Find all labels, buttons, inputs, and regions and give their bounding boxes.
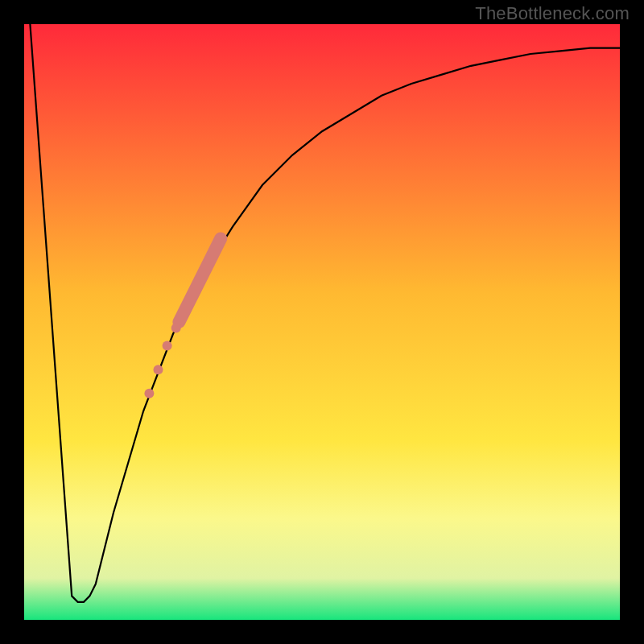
chart-frame: TheBottleneck.com xyxy=(0,0,644,644)
highlight-dot xyxy=(144,389,154,398)
chart-svg xyxy=(24,24,620,620)
highlight-dot xyxy=(171,323,181,332)
plot-area xyxy=(24,24,620,620)
gradient-background xyxy=(24,24,620,620)
highlight-dot xyxy=(154,365,163,374)
watermark-text: TheBottleneck.com xyxy=(475,3,630,24)
highlight-dot xyxy=(163,341,172,351)
